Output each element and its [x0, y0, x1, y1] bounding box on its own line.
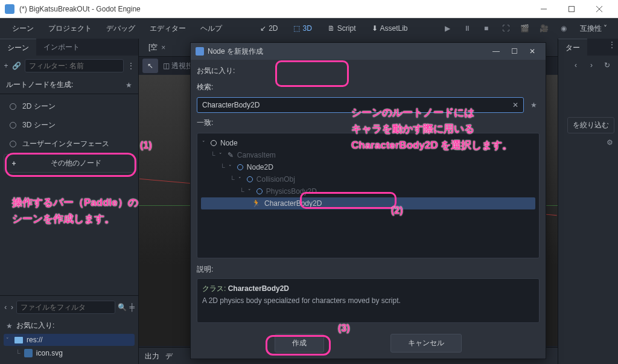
close-button[interactable]: [585, 0, 613, 18]
history-icon[interactable]: ↻: [601, 59, 613, 71]
settings-icon[interactable]: ⚙: [604, 136, 616, 148]
canvas-icon: ✎: [228, 151, 234, 159]
search-label: 検索:: [197, 82, 540, 92]
tree-characterbody2d[interactable]: 🏃CharacterBody2D: [201, 197, 535, 209]
window-title: (*) BigKatsuBreakOUt - Godot Engine: [19, 5, 530, 13]
window-titlebar: (*) BigKatsuBreakOUt - Godot Engine: [0, 0, 618, 18]
play-scene-button[interactable]: 🎬: [517, 21, 533, 36]
physics-icon: [256, 188, 263, 194]
menu-editor[interactable]: エディター: [144, 20, 192, 37]
menu-debug[interactable]: デバッグ: [100, 20, 141, 37]
menu-scene[interactable]: シーン: [6, 20, 40, 37]
inspector-dock: ター⋮ ‹ › ↻ を絞り込む ⚙: [558, 39, 618, 364]
close-icon[interactable]: ×: [161, 43, 165, 52]
cancel-button[interactable]: キャンセル: [390, 334, 462, 353]
workspace-script[interactable]: 🗎 Script: [322, 21, 362, 36]
dialog-title: Node を新規作成: [208, 46, 484, 57]
workspace-2d[interactable]: ↙ 2D: [254, 21, 284, 36]
favorites-item[interactable]: ★お気に入り:: [4, 319, 135, 333]
res-folder[interactable]: ˅res://: [4, 334, 135, 346]
search-icon[interactable]: 🔍: [118, 301, 127, 313]
scene-filter-input[interactable]: [25, 59, 124, 72]
perspective-label[interactable]: ◫ 透視投: [163, 61, 193, 71]
dialog-minimize-button[interactable]: —: [488, 45, 505, 58]
filesystem-dock: ‹ › 🔍 ╪ ★お気に入り: ˅res:// └icon.svg: [0, 295, 138, 364]
prev-icon[interactable]: ‹: [570, 59, 582, 71]
godot-icon: [196, 47, 204, 56]
search-value: CharacterBody2D: [202, 101, 260, 109]
file-icon-svg[interactable]: └icon.svg: [13, 347, 135, 359]
description-text: A 2D physics body specialized for charac…: [202, 296, 534, 305]
description-label: 説明:: [197, 264, 540, 275]
dialog-close-button[interactable]: ✕: [524, 45, 541, 58]
search-input[interactable]: CharacterBody2D ✕: [197, 97, 524, 113]
link-button[interactable]: 🔗: [12, 60, 21, 72]
create-node-dialog: Node を新規作成 — ☐ ✕ お気に入り: 検索: CharacterBod…: [190, 42, 546, 359]
render-button[interactable]: ◉: [556, 21, 572, 36]
match-label: 一致:: [197, 118, 540, 128]
workspace-assetlib[interactable]: ⬇ AssetLib: [366, 21, 414, 36]
workspace-3d[interactable]: ⬚ 3D: [287, 21, 317, 36]
character-icon: 🏃: [252, 199, 261, 208]
svg-rect-1: [569, 6, 575, 11]
node-icon: [211, 140, 217, 146]
movie-button[interactable]: 🎥: [537, 21, 552, 36]
maximize-button[interactable]: [558, 0, 585, 18]
tree-physicsbody2d[interactable]: └˅PhysicsBody2D: [201, 185, 535, 197]
tree-node2d[interactable]: └˅Node2D: [201, 161, 535, 173]
scene-opt-3d[interactable]: 3D シーン: [4, 117, 135, 134]
scene-opt-other-node[interactable]: +その他のノード: [4, 154, 135, 173]
node2d-icon: [237, 164, 243, 170]
collision-icon: [247, 176, 253, 182]
menu-project[interactable]: プロジェクト: [42, 20, 98, 37]
file-filter-input[interactable]: [16, 301, 115, 314]
tree-canvasitem[interactable]: └˅✎CanvasItem: [201, 149, 535, 161]
more-icon[interactable]: ⋮: [127, 60, 135, 72]
play-button[interactable]: ▶: [440, 21, 456, 36]
back-icon[interactable]: ‹: [4, 301, 8, 313]
filter-button[interactable]: を絞り込む: [567, 117, 614, 133]
forward-icon[interactable]: ›: [10, 301, 14, 313]
dock-menu-icon[interactable]: ⋮: [606, 39, 618, 51]
stop-button[interactable]: ■: [479, 21, 494, 36]
scene-opt-ui[interactable]: ユーザーインターフェース: [4, 135, 135, 153]
debugger-tab[interactable]: デ: [165, 351, 173, 360]
pause-button[interactable]: ⏸: [459, 21, 475, 36]
favorites-label: お気に入り:: [197, 66, 540, 76]
scene-tab-empty[interactable]: [空×: [142, 40, 171, 55]
renderer-dropdown[interactable]: 互換性 ˅: [575, 21, 612, 36]
favorite-toggle[interactable]: ★: [527, 101, 540, 109]
remote-button[interactable]: ⛶: [498, 21, 514, 36]
menubar: シーン プロジェクト デバッグ エディター ヘルプ ↙ 2D ⬚ 3D 🗎 Sc…: [0, 18, 618, 39]
create-button[interactable]: 作成: [275, 334, 324, 353]
clear-icon[interactable]: ✕: [512, 101, 518, 109]
add-node-button[interactable]: +: [4, 60, 8, 72]
tree-collisionobject[interactable]: └˅CollisionObj: [201, 173, 535, 185]
select-tool[interactable]: ↖: [142, 59, 158, 73]
tab-scene[interactable]: シーン: [0, 39, 36, 56]
minimize-button[interactable]: [530, 0, 558, 18]
star-icon[interactable]: ★: [126, 81, 132, 89]
split-icon[interactable]: ╪: [129, 301, 135, 313]
menu-help[interactable]: ヘルプ: [194, 20, 228, 37]
inspector-tab[interactable]: ター: [558, 39, 587, 56]
dialog-maximize-button[interactable]: ☐: [506, 45, 523, 58]
scene-dock: シーン インポート + 🔗 ⋮ ルートノードを生成: ★ 2D シーン 3D シ…: [0, 39, 139, 364]
next-icon[interactable]: ›: [585, 59, 597, 71]
output-tab[interactable]: 出力: [145, 351, 159, 360]
root-generate-label: ルートノードを生成:: [6, 80, 73, 90]
tab-import[interactable]: インポート: [36, 39, 87, 56]
scene-opt-2d[interactable]: 2D シーン: [4, 98, 135, 115]
description-box: クラス: CharacterBody2D A 2D physics body s…: [197, 278, 540, 323]
tree-node[interactable]: ˅Node: [201, 137, 535, 149]
godot-icon: [5, 4, 14, 14]
node-tree[interactable]: ˅Node └˅✎CanvasItem └˅Node2D └˅Collision…: [197, 133, 540, 258]
